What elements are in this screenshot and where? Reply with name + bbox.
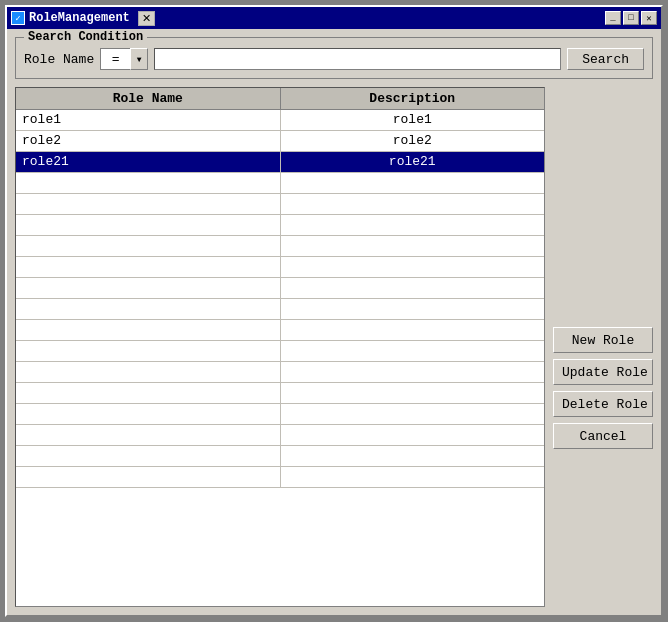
window-controls: _ □ ✕ [605, 11, 657, 25]
cell-role-name: role1 [16, 110, 281, 130]
operator-dropdown[interactable] [130, 48, 148, 70]
maximize-button[interactable]: □ [623, 11, 639, 25]
empty-row [16, 362, 544, 383]
table-row[interactable]: role21 role21 [16, 152, 544, 173]
role-name-label: Role Name [24, 52, 94, 67]
col-role-name: Role Name [16, 88, 281, 109]
main-window: ✓ RoleManagement ✕ _ □ ✕ Search Conditio… [5, 5, 663, 617]
table-row[interactable]: role2 role2 [16, 131, 544, 152]
table-body: role1 role1 role2 role2 role21 role21 [16, 110, 544, 606]
cell-role-name: role2 [16, 131, 281, 151]
window-icon: ✓ [11, 11, 25, 25]
delete-role-button[interactable]: Delete Role [553, 391, 653, 417]
empty-row [16, 341, 544, 362]
search-row: Role Name Search [24, 48, 644, 70]
minimize-button[interactable]: _ [605, 11, 621, 25]
search-button[interactable]: Search [567, 48, 644, 70]
empty-row [16, 299, 544, 320]
empty-row [16, 467, 544, 488]
empty-row [16, 383, 544, 404]
title-bar-left: ✓ RoleManagement ✕ [11, 11, 155, 26]
empty-row [16, 236, 544, 257]
close-button[interactable]: ✕ [641, 11, 657, 25]
window-title: RoleManagement [29, 11, 130, 25]
new-role-button[interactable]: New Role [553, 327, 653, 353]
cancel-button[interactable]: Cancel [553, 423, 653, 449]
empty-row [16, 173, 544, 194]
search-value-input[interactable] [154, 48, 561, 70]
empty-row [16, 404, 544, 425]
table-row[interactable]: role1 role1 [16, 110, 544, 131]
cell-description: role2 [281, 131, 545, 151]
role-table: Role Name Description role1 role1 role2 … [15, 87, 545, 607]
operator-group [100, 48, 148, 70]
cell-description: role1 [281, 110, 545, 130]
empty-row [16, 446, 544, 467]
search-condition-group: Search Condition Role Name Search [15, 37, 653, 79]
update-role-button[interactable]: Update Role [553, 359, 653, 385]
title-bar: ✓ RoleManagement ✕ _ □ ✕ [7, 7, 661, 29]
empty-row [16, 215, 544, 236]
window-content: Search Condition Role Name Search Role N… [7, 29, 661, 615]
table-header: Role Name Description [16, 88, 544, 110]
empty-row [16, 320, 544, 341]
col-description: Description [281, 88, 545, 109]
operator-input[interactable] [100, 48, 130, 70]
tab-close-button[interactable]: ✕ [138, 11, 155, 26]
empty-row [16, 194, 544, 215]
search-condition-legend: Search Condition [24, 30, 147, 44]
empty-row [16, 257, 544, 278]
main-area: Role Name Description role1 role1 role2 … [15, 87, 653, 607]
empty-row [16, 425, 544, 446]
buttons-panel: New Role Update Role Delete Role Cancel [553, 87, 653, 607]
empty-row [16, 278, 544, 299]
cell-role-name: role21 [16, 152, 281, 172]
cell-description: role21 [281, 152, 545, 172]
